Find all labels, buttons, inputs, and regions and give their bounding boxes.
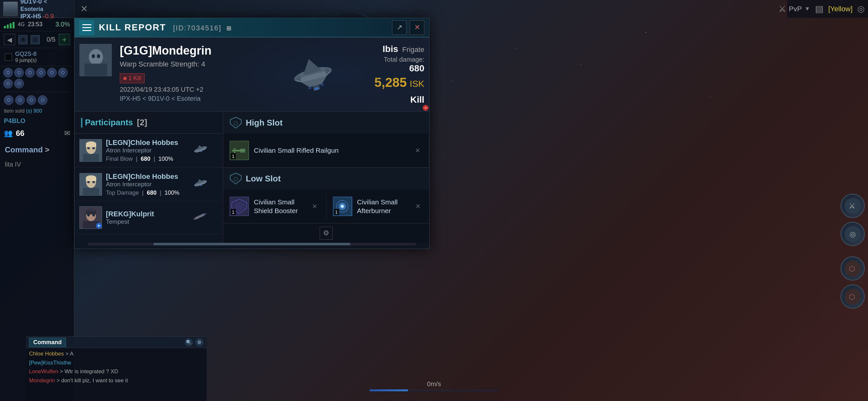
right-icon-4[interactable]: ⬡ [841, 284, 865, 309]
svg-rect-29 [83, 154, 99, 162]
bottom-section: Participants [2] [74, 112, 429, 243]
collapse-arrow[interactable]: ◀ [4, 34, 15, 45]
participants-header: Participants [2] [74, 112, 223, 134]
connection-checkbox[interactable] [5, 54, 12, 61]
chat-tab-command[interactable]: Command [29, 338, 66, 347]
target-filter-icon[interactable]: ◎ [857, 4, 865, 14]
svg-point-23 [308, 87, 312, 89]
system-name: 9D1V-0 [20, 0, 42, 5]
location-sub: lita IV [0, 159, 74, 170]
chat-panel: Command 🔍 ⚙ Chloe Hobbes > A [Pew]KissTh… [26, 336, 207, 401]
participant-1-ship: Atron Interceptor [106, 147, 188, 154]
speed-value: 0m/s [369, 380, 499, 388]
svg-point-77 [341, 205, 343, 207]
ship-display [261, 37, 365, 112]
low-slot-title: Low Slot [246, 174, 281, 184]
high-slot-items: 1 Civilian Small Rifled Railgun ✕ [223, 134, 429, 167]
command-label: Command [5, 145, 42, 154]
svg-text:⬡: ⬡ [234, 120, 238, 126]
items-sold-text: item sold [4, 108, 25, 114]
filter-icon[interactable]: ▤ [815, 4, 824, 14]
low-slot-items: 1 Civilian Small Shield Booster ✕ [223, 189, 429, 223]
high-slot-title: High Slot [246, 118, 283, 128]
scrollbar-thumb[interactable] [153, 243, 351, 245]
hamburger-menu-button[interactable] [80, 20, 94, 35]
low-slot-item-1: 1 Civilian Small Shield Booster ✕ [223, 193, 327, 220]
svg-point-7 [710, 96, 711, 97]
remove-railgun-button[interactable]: ✕ [413, 146, 423, 155]
chat-text-3: > Wtr is integrated ? XD [60, 368, 118, 374]
buff-icon-1[interactable]: ⬡ [3, 68, 13, 78]
player-avatar[interactable] [3, 2, 18, 16]
buff-icon-2[interactable]: ⬡ [14, 68, 24, 78]
modal-scrollbar[interactable] [88, 243, 416, 245]
sword-icon: ⚔ [778, 4, 786, 14]
item-icon-3[interactable]: ⬡ [27, 95, 36, 105]
chevron-down-icon: ▼ [804, 5, 810, 12]
kill-label: 1 Kill [128, 75, 141, 82]
buff-icon-6[interactable]: ⬡ [58, 68, 68, 78]
fitting-panel: ⬡ High Slot [223, 112, 429, 243]
command-arrow[interactable]: > [45, 145, 50, 154]
percent-1: 100% [159, 156, 174, 162]
pipe-1: | [136, 156, 137, 162]
left-controls-bar: ✕ [74, 0, 94, 18]
ship-name-label: IPX-H5 [20, 12, 41, 20]
right-icon-3[interactable]: ⬡ [841, 256, 865, 281]
participant-item-1[interactable]: [LEGN]Chloe Hobbes Atron Interceptor Fin… [74, 134, 223, 167]
speed-progress-fill [369, 390, 408, 391]
close-left-button[interactable]: ✕ [78, 3, 90, 16]
player-row: 👥 66 ✉ [0, 126, 74, 141]
item-qty-1: 1 [230, 153, 236, 159]
pvp-label: PvP [789, 5, 802, 13]
chat-search-icon[interactable]: 🔍 [185, 338, 193, 346]
buff-icon-3[interactable]: ⬡ [25, 68, 35, 78]
buff-icon-8[interactable]: ⬡ [14, 79, 24, 89]
connection-item[interactable]: GQ2S-8 9 jump(s) [0, 48, 74, 66]
mail-icon[interactable]: ✉ [64, 129, 70, 137]
pvp-mode-selector[interactable]: ⚔ PvP ▼ [778, 4, 810, 14]
chat-messages: Chloe Hobbes > A [Pew]KissThisthe LoneWu… [26, 348, 207, 401]
item-icon-4[interactable]: ⬡ [38, 95, 48, 105]
pipe-3: | [142, 189, 144, 196]
participant-2-stats: Top Damage | 680 | 100% [106, 189, 188, 196]
kill-report-title: KILL REPORT [99, 22, 166, 32]
participant-2-avatar [80, 173, 102, 196]
item-icon-1[interactable]: ⬡ [4, 95, 13, 105]
chat-message-1: Chloe Hobbes > A [29, 350, 204, 358]
high-slot-section: ⬡ High Slot [223, 112, 429, 167]
kill-dot-icon [123, 77, 127, 80]
speed-progress-bar [369, 390, 499, 391]
svg-point-13 [89, 49, 103, 65]
settings-gear-button[interactable]: ⚙ [320, 227, 333, 240]
chat-message-2: [Pew]KissThisthe [29, 359, 204, 367]
buff-icon-4[interactable]: ⬡ [36, 68, 46, 78]
high-slot-shield-icon: ⬡ [229, 117, 242, 129]
right-icon-1[interactable]: ⚔ [841, 194, 865, 218]
chat-sender-4: Mondegrin [29, 377, 55, 383]
buff-icon-5[interactable]: ⬡ [47, 68, 57, 78]
ship-svg [274, 49, 352, 100]
copy-id-icon[interactable]: ⊞ [226, 25, 232, 32]
remove-afterburner-button[interactable]: ✕ [413, 202, 423, 211]
remove-shield-booster-button[interactable]: ✕ [310, 202, 320, 211]
buff-icon-7[interactable]: ⬡ [3, 79, 13, 89]
item-icon-2[interactable]: ⬡ [15, 95, 25, 105]
add-slot-button[interactable]: + [59, 34, 70, 45]
close-modal-button[interactable]: ✕ [410, 20, 424, 35]
chat-settings-icon[interactable]: ⚙ [195, 338, 204, 346]
participant-item-2[interactable]: [LEGN]Chloe Hobbes Atron Interceptor Top… [74, 167, 223, 202]
export-button[interactable]: ↗ [392, 20, 407, 35]
modal-header: KILL REPORT [ID:7034516] ⊞ ↗ ✕ [74, 18, 429, 37]
svg-point-15 [92, 54, 95, 58]
participant-item-3[interactable]: + [REKG]Kulprit Tempest [74, 202, 223, 234]
participant-2-name: [LEGN]Chloe Hobbes [106, 173, 188, 181]
right-icon-2[interactable]: ◎ [841, 222, 865, 246]
railgun-name: Civilian Small Rifled Railgun [254, 146, 408, 155]
railgun-icon: 1 [229, 141, 249, 160]
svg-rect-44 [86, 178, 96, 181]
target-icon[interactable]: ◎ [31, 35, 40, 44]
svg-rect-33 [86, 144, 96, 147]
map-icon[interactable]: ⊕ [19, 35, 27, 44]
signal-bar-4 [12, 22, 14, 28]
